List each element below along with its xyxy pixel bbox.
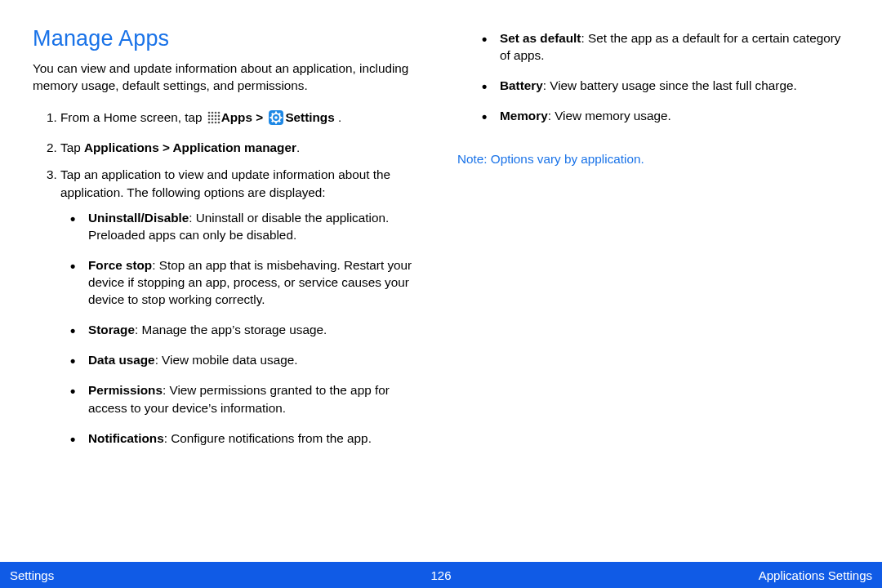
svg-line-23 bbox=[272, 114, 273, 114]
option-term: Data usage bbox=[88, 353, 155, 367]
option-item: Memory: View memory usage. bbox=[482, 107, 849, 124]
option-item: Notifications: Configure notifications f… bbox=[70, 430, 421, 447]
option-desc: : View battery usage since the last full… bbox=[543, 78, 797, 92]
svg-point-4 bbox=[207, 115, 210, 118]
option-desc: : Manage the app’s storage usage. bbox=[135, 323, 327, 336]
option-term: Notifications bbox=[88, 431, 164, 445]
step2-prefix: Tap bbox=[60, 140, 84, 154]
svg-point-13 bbox=[211, 122, 213, 124]
svg-point-5 bbox=[211, 115, 213, 118]
option-desc: : Configure notifications from the app. bbox=[164, 431, 372, 445]
svg-line-26 bbox=[279, 114, 280, 114]
svg-line-24 bbox=[279, 121, 280, 122]
step1-suffix: . bbox=[335, 110, 342, 124]
svg-point-0 bbox=[207, 112, 210, 114]
step2-suffix: . bbox=[296, 140, 300, 154]
option-term: Storage bbox=[88, 323, 135, 336]
svg-point-12 bbox=[207, 122, 210, 124]
option-term: Uninstall/Disable bbox=[88, 211, 189, 225]
option-term: Permissions bbox=[88, 383, 163, 397]
option-term: Memory bbox=[500, 109, 548, 122]
svg-point-18 bbox=[275, 116, 278, 119]
svg-point-15 bbox=[217, 122, 220, 124]
section-title: Manage Apps bbox=[33, 26, 425, 51]
footer-left: Settings bbox=[10, 568, 430, 582]
footer-right: Applications Settings bbox=[452, 568, 872, 582]
svg-point-1 bbox=[211, 112, 213, 114]
svg-point-2 bbox=[214, 112, 216, 114]
option-desc: : View memory usage. bbox=[548, 109, 671, 122]
apps-icon bbox=[207, 111, 220, 128]
option-item: Uninstall/Disable: Uninstall or disable … bbox=[70, 209, 421, 243]
option-item: Permissions: View permissions granted to… bbox=[70, 381, 421, 416]
option-item: Data usage: View mobile data usage. bbox=[70, 351, 421, 368]
step1-settings-label: Settings bbox=[285, 110, 334, 124]
step-2: Tap Applications > Application manager. bbox=[60, 139, 425, 156]
option-term: Battery bbox=[500, 78, 543, 92]
note: Note: Options vary by application. bbox=[457, 150, 849, 167]
step1-apps-label: Apps > bbox=[221, 110, 267, 124]
page-footer: Settings 126 Applications Settings bbox=[0, 562, 882, 588]
svg-point-10 bbox=[214, 118, 216, 121]
option-item: Force stop: Stop an app that is misbehav… bbox=[70, 256, 421, 308]
option-term: Force stop bbox=[88, 258, 152, 272]
note-text: : Options vary by application. bbox=[483, 152, 644, 166]
step3-text: Tap an application to view and update in… bbox=[60, 167, 390, 198]
option-item: Storage: Manage the app’s storage usage. bbox=[70, 321, 421, 338]
svg-point-7 bbox=[217, 115, 220, 118]
option-item: Battery: View battery usage since the la… bbox=[482, 77, 849, 94]
svg-point-8 bbox=[207, 118, 210, 121]
option-item: Set as default: Set the app as a default… bbox=[482, 29, 849, 64]
step-1: From a Home screen, tap Apps > Settings … bbox=[60, 109, 425, 129]
option-desc: : View mobile data usage. bbox=[155, 353, 298, 367]
svg-point-9 bbox=[211, 118, 213, 121]
gear-icon bbox=[269, 110, 283, 129]
svg-point-6 bbox=[214, 115, 216, 118]
step1-prefix: From a Home screen, tap bbox=[60, 110, 206, 124]
svg-point-14 bbox=[214, 122, 216, 124]
svg-point-11 bbox=[217, 118, 220, 121]
svg-point-3 bbox=[217, 112, 220, 114]
note-label: Note bbox=[457, 152, 483, 166]
intro-paragraph: You can view and update information abou… bbox=[33, 60, 425, 94]
step-3: Tap an application to view and update in… bbox=[60, 166, 425, 446]
footer-page-number: 126 bbox=[430, 568, 451, 582]
options-list-left: Uninstall/Disable: Uninstall or disable … bbox=[60, 209, 421, 447]
option-term: Set as default bbox=[500, 31, 581, 45]
svg-line-25 bbox=[272, 121, 273, 122]
options-list-right: Set as default: Set the app as a default… bbox=[457, 29, 849, 137]
step2-bold: Applications > Application manager bbox=[84, 140, 296, 154]
